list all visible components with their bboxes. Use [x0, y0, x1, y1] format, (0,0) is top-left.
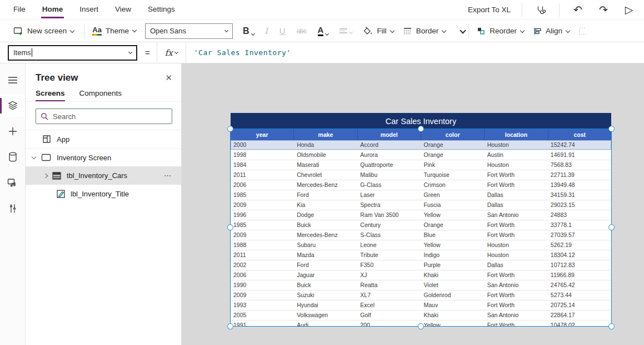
export-to-xl-button[interactable]: Export To XL	[468, 6, 511, 14]
theme-button[interactable]: Aa Theme	[92, 26, 136, 36]
bold-button[interactable]: B	[243, 26, 254, 36]
table-cell: 10478.02	[548, 321, 611, 326]
more-formatting-button[interactable]	[457, 28, 465, 34]
table-row[interactable]: 2005VolkswagenGolfKhakiSan Antonio22864.…	[231, 310, 611, 321]
table-row[interactable]: 2011ChevroletMalibuTurquoiseFort Worth22…	[231, 170, 611, 180]
table-cell: 13949.48	[548, 180, 611, 190]
resize-handle-top-left[interactable]	[227, 126, 233, 132]
italic-button[interactable]: I	[266, 26, 268, 36]
table-row[interactable]: 1985FordLaserGreenDallas34159.31	[231, 190, 611, 200]
table-row[interactable]: 2006JaguarXJKhakiFort Worth11966.89	[231, 270, 611, 280]
table-cell: Honda	[294, 140, 357, 150]
table-cell: Fort Worth	[485, 290, 548, 300]
resize-handle-top-center[interactable]	[418, 126, 424, 132]
menu-insert[interactable]: Insert	[79, 0, 98, 20]
table-cell: Accord	[357, 140, 421, 150]
new-screen-button[interactable]: New screen	[13, 27, 74, 36]
text-align-icon	[340, 27, 347, 35]
table-cell: Fort Worth	[485, 270, 548, 280]
chevron-down-icon[interactable]	[32, 154, 36, 159]
column-header[interactable]: cost	[548, 129, 611, 140]
reorder-button[interactable]: Reorder	[477, 27, 524, 36]
menu-home[interactable]: Home	[42, 0, 63, 20]
font-select[interactable]: Open Sans	[145, 23, 233, 39]
redo-icon[interactable]: ↷	[596, 3, 611, 17]
table-row[interactable]: 2009Mercedes-BenzS-ClassBlueFort Worth27…	[231, 230, 611, 240]
column-header[interactable]: make	[293, 129, 357, 140]
data-icon[interactable]	[0, 146, 25, 168]
tree-item-app[interactable]: App	[26, 130, 181, 148]
resize-handle-middle-left[interactable]	[227, 224, 233, 230]
table-cell: San Antonio	[485, 280, 548, 290]
table-cell: Turquoise	[421, 170, 485, 180]
formula-bar: Items = fx 'Car Sales Inventory'	[0, 42, 644, 63]
table-cell: Khaki	[421, 270, 485, 280]
menu-file[interactable]: File	[13, 0, 26, 20]
resize-handle-bottom-right[interactable]	[608, 323, 615, 329]
underline-button[interactable]: U	[279, 26, 286, 36]
media-icon[interactable]	[0, 171, 25, 194]
close-icon[interactable]: ✕	[165, 73, 172, 83]
table-cell: XL7	[357, 290, 421, 300]
table-row[interactable]: 1996DodgeRam Van 3500YellowSan Antonio24…	[231, 210, 611, 220]
table-cell: 1993	[231, 300, 294, 310]
font-color-button[interactable]: A	[318, 26, 329, 36]
fx-dropdown[interactable]: fx	[157, 42, 186, 63]
menu-settings[interactable]: Settings	[148, 0, 175, 20]
formula-input[interactable]: 'Car Sales Inventory'	[194, 48, 291, 57]
table-row[interactable]: 2006Mercedes-BenzG-ClassCrimsonFort Wort…	[231, 180, 611, 190]
table-cell: Khaki	[421, 310, 485, 320]
table-row[interactable]: 1993HyundaiExcelMauvFort Worth20725.14	[231, 300, 611, 310]
play-preview-icon[interactable]: ▷	[622, 3, 636, 17]
table-row[interactable]: 2002FordF350PurpleDallas10712.83	[231, 260, 611, 270]
tree-item-lbl-inventory-title[interactable]: lbl_Inventory_Title	[26, 185, 181, 203]
column-header[interactable]: year	[231, 129, 293, 140]
insert-icon[interactable]	[0, 120, 25, 142]
car-inventory-table[interactable]: yearmakemodelcolorlocationcost 2000Honda…	[231, 129, 611, 326]
border-button[interactable]: Border	[403, 27, 446, 36]
chevron-right-icon[interactable]	[43, 173, 48, 178]
undo-icon[interactable]: ↶	[571, 3, 585, 17]
item-options-icon[interactable]: ⋯	[164, 171, 172, 180]
table-row[interactable]: 1990BuickReattaVioletSan Antonio24765.42	[231, 280, 611, 290]
resize-handle-top-right[interactable]	[608, 126, 615, 132]
advanced-tools-icon[interactable]	[0, 197, 25, 219]
table-row[interactable]: 2000HondaAccordOrangeHouston15242.74	[231, 140, 611, 150]
search-input[interactable]: Search	[36, 109, 172, 124]
workspace: Tree view ✕ Screens Components Search	[0, 63, 644, 345]
property-selector[interactable]: Items	[8, 45, 137, 61]
group-icon[interactable]	[578, 27, 586, 36]
table-row[interactable]: 1985BuickCenturyOrangeFort Worth33778.1	[231, 220, 611, 230]
column-header[interactable]: color	[421, 129, 484, 140]
collapse-menu-icon[interactable]	[0, 69, 25, 91]
table-cell: Audi	[294, 321, 357, 326]
canvas[interactable]: Car Sales Inventory yearmakemodelcolorlo…	[182, 63, 644, 345]
table-cell: Ford	[294, 260, 357, 270]
table-row[interactable]: 2011MazdaTributeIndigoHouston18304.12	[231, 250, 611, 260]
menu-view[interactable]: View	[115, 0, 131, 20]
left-rail	[0, 63, 26, 345]
table-row[interactable]: 1984MaseratiQuattroportePinkHouston7568.…	[231, 160, 611, 170]
resize-handle-bottom-center[interactable]	[418, 323, 424, 329]
strikethrough-button[interactable]: abc	[297, 27, 307, 35]
tab-screens[interactable]: Screens	[36, 89, 65, 101]
table-cell: 1996	[231, 210, 294, 220]
table-row[interactable]: 1988SubaruLeoneYellowHouston5262.19	[231, 240, 611, 250]
resize-handle-middle-right[interactable]	[608, 224, 615, 230]
resize-handle-bottom-left[interactable]	[227, 323, 233, 329]
column-header[interactable]: model	[357, 129, 421, 140]
fill-button[interactable]: Fill	[363, 27, 393, 36]
table-cell: 2006	[231, 180, 294, 190]
tree-item-tbl-inventory-cars[interactable]: tbl_Inventory_Cars ⋯	[26, 166, 181, 185]
align-button[interactable]: Align	[533, 27, 570, 36]
tree-view-icon[interactable]	[0, 95, 25, 117]
tab-components[interactable]: Components	[79, 89, 122, 101]
table-row[interactable]: 2009KiaSpectraFusciaDallas29023.15	[231, 200, 611, 210]
column-header[interactable]: location	[484, 129, 547, 140]
app-checker-icon[interactable]	[533, 3, 548, 17]
table-cell: Fort Worth	[485, 220, 548, 230]
table-row[interactable]: 1998OldsmobileAuroraOrangeAustin14691.91	[231, 150, 611, 160]
table-row[interactable]: 2009SuzukiXL7GoldenrodFort Worth5273.44	[231, 290, 611, 300]
tree-item-inventory-screen[interactable]: Inventory Screen	[26, 148, 181, 166]
text-align-button[interactable]	[340, 27, 352, 35]
